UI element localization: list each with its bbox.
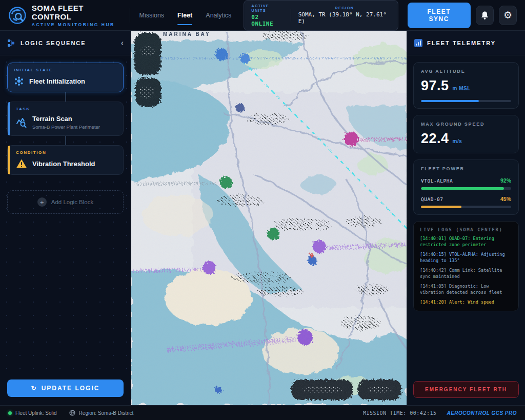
log-entry: [14:40:15] VTOL-ALPHA: Adjusting heading…	[420, 251, 512, 264]
fleet-power-label: FLEET POWER	[421, 166, 511, 171]
mission-time: MISSION TIME: 00:42:15	[363, 410, 436, 416]
fleet-telemetry-panel: FLEET TELEMETRY AVG ALTITUDE 97.5 m MSL …	[407, 31, 525, 405]
log-entry: [14:40:42] Comm Link: Satellite sync mai…	[420, 267, 512, 280]
gear-icon: ⚙	[503, 9, 512, 21]
logic-sequence-title: LOGIC SEQUENCE	[21, 40, 116, 46]
header-divider	[130, 8, 130, 23]
gcs-brand: AEROCONTROL GCS PRO	[447, 410, 517, 416]
max-speed-unit: m/s	[453, 138, 462, 144]
avg-altitude-label: AVG ALTITUDE	[421, 69, 511, 74]
fleet-uplink-status: Fleet Uplink: Solid	[8, 410, 57, 416]
block-tag: INITIAL STATE	[14, 68, 117, 72]
block-connector	[65, 136, 66, 145]
fleet-power-card: FLEET POWER VTOL-ALPHA 92% QUAD-07 45%	[413, 159, 519, 215]
task-accent-bar	[8, 102, 10, 135]
bell-icon	[480, 11, 489, 20]
avg-altitude-value: 97.5	[421, 78, 449, 94]
block-connector	[65, 92, 66, 102]
fleet-map[interactable]: MARINA BAY	[131, 31, 407, 405]
active-units-value: 02 ONLINE	[251, 14, 283, 27]
max-speed-label: MAX GROUND SPEED	[421, 122, 511, 127]
settings-button[interactable]: ⚙	[499, 6, 517, 25]
bar-chart-icon	[414, 39, 422, 47]
region-value: SOMA, TR (39.18° N, 27.61° E)	[298, 11, 391, 25]
log-entry: [14:41:05] Diagnostic: Low vibration det…	[420, 283, 512, 296]
uplink-status-dot	[8, 411, 12, 415]
app-logo: SOMA FLEET CONTROL ACTIVE MONITORING HUB	[8, 4, 120, 27]
unit-name-quad-07: QUAD-07	[421, 196, 443, 202]
avg-altitude-card: AVG ALTITUDE 97.5 m MSL	[413, 62, 519, 109]
block-tag: TASK	[16, 107, 117, 111]
block-title: Fleet Initialization	[29, 77, 85, 85]
unit-percent-quad-07: 45%	[500, 196, 511, 202]
status-box: ACTIVE UNITS 02 ONLINE REGION SOMA, TR (…	[244, 0, 398, 31]
hub-network-icon	[14, 76, 24, 86]
block-title: Terrain Scan	[32, 115, 100, 123]
telemetry-title: FLEET TELEMETRY	[427, 40, 496, 46]
max-speed-value: 22.4	[421, 131, 449, 147]
globe-search-logo-icon	[8, 6, 27, 25]
logic-block-initial-state[interactable]: INITIAL STATE Fleet Initialization	[7, 63, 124, 92]
vtol-alpha-battery-track	[421, 187, 511, 190]
plus-icon: +	[37, 197, 47, 207]
map-noise-overlay	[131, 31, 407, 405]
block-subtitle: Soma-B Power Plant Perimeter	[32, 124, 100, 130]
live-logs-title: LIVE LOGS (SOMA CENTER)	[420, 227, 512, 232]
avg-altitude-unit: m MSL	[453, 86, 471, 91]
region-status-text: Region: Soma-B District	[79, 410, 134, 416]
quad-07-battery-fill	[421, 206, 461, 208]
unit-percent-vtol-alpha: 92%	[500, 177, 511, 184]
add-logic-block-button[interactable]: + Add Logic Block	[7, 190, 124, 214]
status-divider	[291, 9, 291, 22]
refresh-icon: ↻	[31, 385, 37, 392]
globe-icon	[69, 410, 75, 416]
app-title: SOMA FLEET CONTROL	[32, 4, 120, 21]
live-logs-card[interactable]: LIVE LOGS (SOMA CENTER) [14:40:01] QUAD-…	[413, 221, 519, 311]
log-entry: [14:41:20] Alert: Wind speed	[420, 299, 512, 305]
logic-block-task[interactable]: TASK Terrain Scan Soma-B Power Plant Per…	[7, 102, 124, 136]
add-logic-block-label: Add Logic Block	[51, 199, 93, 205]
terrain-scan-icon	[16, 117, 27, 128]
block-title: Vibration Threshold	[32, 160, 95, 168]
notifications-button[interactable]	[476, 6, 494, 25]
log-entry: [14:40:01] QUAD-07: Entering restricted …	[420, 235, 512, 248]
update-logic-button[interactable]: ↻ UPDATE LOGIC	[7, 379, 124, 397]
top-bar: SOMA FLEET CONTROL ACTIVE MONITORING HUB…	[0, 0, 525, 31]
unit-name-vtol-alpha: VTOL-ALPHA	[421, 178, 453, 184]
status-bar: Fleet Uplink: Solid Region: Soma-B Distr…	[0, 405, 525, 420]
update-logic-label: UPDATE LOGIC	[42, 385, 100, 392]
app-subtitle: ACTIVE MONITORING HUB	[32, 22, 120, 27]
logic-block-condition[interactable]: CONDITION Vibration Threshold	[7, 145, 124, 175]
region-status: Region: Soma-B District	[69, 410, 134, 416]
region-label: REGION	[335, 6, 354, 10]
map-label-marina-bay: MARINA BAY	[163, 31, 211, 37]
main-nav: Missions Fleet Analytics	[139, 9, 231, 22]
nav-fleet[interactable]: Fleet	[177, 9, 192, 22]
logic-sequence-panel: LOGIC SEQUENCE ‹ INITIAL STATE Fleet	[0, 31, 131, 405]
quad-07-battery-track	[421, 206, 511, 208]
block-tag: CONDITION	[16, 150, 117, 155]
active-units-label: ACTIVE UNITS	[251, 4, 283, 13]
altitude-progress-track	[421, 100, 511, 102]
warning-triangle-icon	[16, 158, 27, 169]
altitude-progress-fill	[421, 100, 479, 102]
vtol-alpha-battery-fill	[421, 187, 504, 190]
nav-analytics[interactable]: Analytics	[206, 9, 231, 22]
nav-missions[interactable]: Missions	[139, 9, 164, 22]
uplink-status-text: Fleet Uplink: Solid	[15, 410, 57, 416]
collapse-panel-button[interactable]: ‹	[121, 39, 124, 47]
flow-branch-icon	[7, 39, 15, 47]
condition-accent-bar	[8, 146, 10, 174]
max-ground-speed-card: MAX GROUND SPEED 22.4 m/s	[413, 115, 519, 153]
fleet-sync-button[interactable]: FLEET SYNC	[408, 3, 471, 28]
emergency-fleet-rth-button[interactable]: EMERGENCY FLEET RTH	[413, 381, 519, 398]
